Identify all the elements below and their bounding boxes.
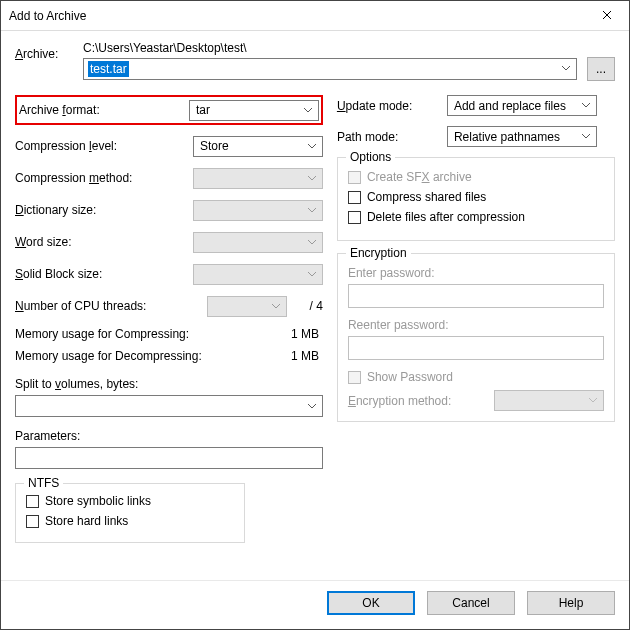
chevron-down-icon xyxy=(306,400,318,415)
dictionary-size-combo[interactable] xyxy=(193,200,323,221)
delete-after-label: Delete files after compression xyxy=(367,210,525,224)
solid-block-size-combo[interactable] xyxy=(193,264,323,285)
archive-label: Archive: xyxy=(15,41,75,61)
mem-compress-value: 1 MB xyxy=(259,327,319,341)
show-password-checkbox xyxy=(348,371,361,384)
store-symbolic-links-checkbox[interactable] xyxy=(26,495,39,508)
dialog-footer: OK Cancel Help xyxy=(1,580,629,629)
window-title: Add to Archive xyxy=(9,9,86,23)
compress-shared-label: Compress shared files xyxy=(367,190,486,204)
mem-decompress-label: Memory usage for Decompressing: xyxy=(15,349,202,363)
cpu-threads-suffix: / 4 xyxy=(293,299,323,313)
archive-filename-value: test.tar xyxy=(88,61,129,77)
browse-label: ... xyxy=(596,62,606,76)
encryption-method-label: Encryption method: xyxy=(348,394,451,408)
chevron-down-icon xyxy=(306,204,318,219)
path-mode-label: Path mode: xyxy=(337,130,447,144)
browse-button[interactable]: ... xyxy=(587,57,615,81)
compression-method-label: Compression method: xyxy=(15,171,193,185)
chevron-down-icon xyxy=(580,130,592,145)
solid-block-size-label: Solid Block size: xyxy=(15,267,193,281)
show-password-label: Show Password xyxy=(367,370,453,384)
reenter-password-label: Reenter password: xyxy=(348,318,604,332)
close-icon xyxy=(602,9,612,23)
dictionary-size-label: Dictionary size: xyxy=(15,203,193,217)
encryption-group: Encryption Enter password: Reenter passw… xyxy=(337,253,615,422)
chevron-down-icon xyxy=(306,236,318,251)
store-hard-links-label: Store hard links xyxy=(45,514,128,528)
compress-shared-checkbox[interactable] xyxy=(348,191,361,204)
options-group: Options Create SFX archive Compress shar… xyxy=(337,157,615,241)
split-volumes-combo[interactable] xyxy=(15,395,323,417)
compression-level-label: Compression level: xyxy=(15,139,193,153)
mem-decompress-value: 1 MB xyxy=(259,349,319,363)
update-mode-value: Add and replace files xyxy=(454,99,566,113)
encryption-method-combo xyxy=(494,390,604,411)
word-size-combo[interactable] xyxy=(193,232,323,253)
path-mode-value: Relative pathnames xyxy=(454,130,560,144)
reenter-password-input[interactable] xyxy=(348,336,604,360)
help-button[interactable]: Help xyxy=(527,591,615,615)
ok-button[interactable]: OK xyxy=(327,591,415,615)
archive-format-highlight: Archive format: tar xyxy=(15,95,323,125)
update-mode-combo[interactable]: Add and replace files xyxy=(447,95,597,116)
parameters-label: Parameters: xyxy=(15,429,323,443)
chevron-down-icon xyxy=(302,104,314,119)
chevron-down-icon xyxy=(587,394,599,409)
archive-filename-combo[interactable]: test.tar xyxy=(83,58,577,80)
delete-after-checkbox[interactable] xyxy=(348,211,361,224)
archive-path: C:\Users\Yeastar\Desktop\test\ xyxy=(83,41,615,55)
word-size-label: Word size: xyxy=(15,235,193,249)
chevron-down-icon xyxy=(580,99,592,114)
chevron-down-icon xyxy=(306,140,318,155)
chevron-down-icon xyxy=(306,172,318,187)
archive-format-combo[interactable]: tar xyxy=(189,100,319,121)
chevron-down-icon xyxy=(270,300,282,315)
cpu-threads-combo[interactable] xyxy=(207,296,287,317)
encryption-legend: Encryption xyxy=(346,246,411,260)
add-to-archive-dialog: Add to Archive Archive: C:\Users\Yeastar… xyxy=(0,0,630,630)
ntfs-group: NTFS Store symbolic links Store hard lin… xyxy=(15,483,245,543)
parameters-input[interactable] xyxy=(15,447,323,469)
compression-level-value: Store xyxy=(200,139,229,153)
archive-format-value: tar xyxy=(196,103,210,117)
cancel-button[interactable]: Cancel xyxy=(427,591,515,615)
create-sfx-checkbox xyxy=(348,171,361,184)
options-legend: Options xyxy=(346,150,395,164)
path-mode-combo[interactable]: Relative pathnames xyxy=(447,126,597,147)
compression-method-combo[interactable] xyxy=(193,168,323,189)
cpu-threads-label: Number of CPU threads: xyxy=(15,299,207,313)
create-sfx-label: Create SFX archive xyxy=(367,170,472,184)
titlebar: Add to Archive xyxy=(1,1,629,31)
compression-level-combo[interactable]: Store xyxy=(193,136,323,157)
split-volumes-label: Split to volumes, bytes: xyxy=(15,377,323,391)
archive-format-label: Archive format: xyxy=(19,103,189,117)
store-symbolic-links-label: Store symbolic links xyxy=(45,494,151,508)
chevron-down-icon xyxy=(560,62,572,77)
enter-password-input[interactable] xyxy=(348,284,604,308)
close-button[interactable] xyxy=(584,1,629,31)
enter-password-label: Enter password: xyxy=(348,266,604,280)
update-mode-label: Update mode: xyxy=(337,99,447,113)
chevron-down-icon xyxy=(306,268,318,283)
store-hard-links-checkbox[interactable] xyxy=(26,515,39,528)
ntfs-legend: NTFS xyxy=(24,476,63,490)
mem-compress-label: Memory usage for Compressing: xyxy=(15,327,189,341)
